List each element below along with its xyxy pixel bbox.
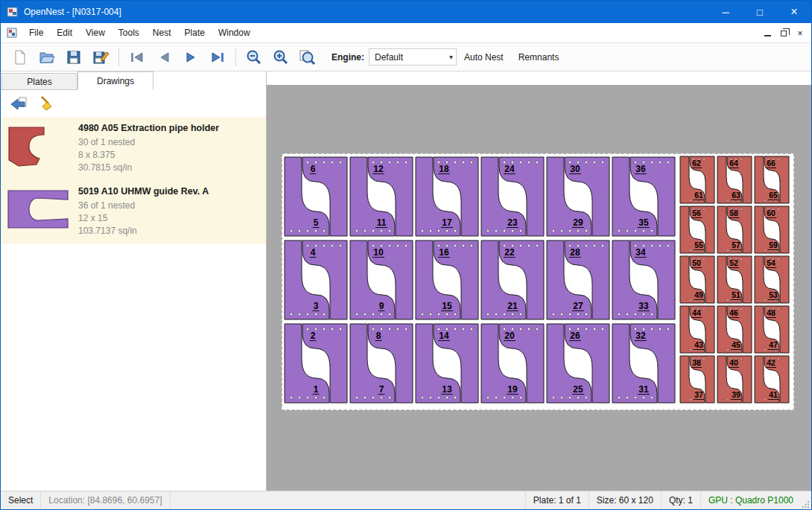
part-nested-count: 36 of 1 nested xyxy=(78,200,261,212)
save-button[interactable] xyxy=(60,45,87,69)
svg-text:37: 37 xyxy=(694,390,703,399)
svg-text:44: 44 xyxy=(692,308,701,317)
engine-select[interactable]: Default ▾ xyxy=(369,48,457,66)
svg-text:14: 14 xyxy=(439,331,449,341)
save-as-button[interactable] xyxy=(87,45,114,69)
arrow-right-icon xyxy=(182,49,200,66)
status-gpu: GPU : Quadro P1000 xyxy=(700,491,801,509)
svg-text:49: 49 xyxy=(694,290,703,299)
svg-text:42: 42 xyxy=(767,358,775,367)
svg-text:21: 21 xyxy=(507,301,518,311)
part-size: 8 x 8.375 xyxy=(78,149,261,162)
status-mode: Select xyxy=(1,491,41,509)
svg-text:47: 47 xyxy=(769,340,778,349)
previous-plate-button[interactable] xyxy=(150,45,177,69)
svg-text:48: 48 xyxy=(767,308,775,317)
svg-text:40: 40 xyxy=(729,358,738,367)
resize-grip[interactable] xyxy=(801,491,811,509)
svg-text:59: 59 xyxy=(769,240,778,249)
svg-text:57: 57 xyxy=(732,240,740,249)
svg-text:30: 30 xyxy=(570,164,580,174)
svg-text:33: 33 xyxy=(638,301,649,311)
status-qty: Qty: 1 xyxy=(661,491,700,509)
menu-window[interactable]: Window xyxy=(212,23,257,43)
svg-text:24: 24 xyxy=(504,164,515,174)
zoom-out-button[interactable] xyxy=(241,45,267,69)
status-size: Size: 60 x 120 xyxy=(589,491,661,509)
svg-text:22: 22 xyxy=(504,247,515,258)
part-list-item[interactable]: 5019 A10 UHMW guide Rev. A 36 of 1 neste… xyxy=(1,180,266,243)
mdi-restore-icon[interactable] xyxy=(775,26,792,41)
svg-text:3: 3 xyxy=(314,301,319,311)
mdi-close-icon[interactable]: × xyxy=(792,26,808,41)
svg-text:50: 50 xyxy=(692,258,701,267)
svg-text:18: 18 xyxy=(439,164,449,174)
save-icon xyxy=(66,49,82,66)
svg-text:65: 65 xyxy=(769,191,778,200)
svg-text:53: 53 xyxy=(769,290,778,299)
part-size: 12 x 15 xyxy=(78,212,261,225)
drawings-panel: Plates Drawings 4980 A05 Extraction pi xyxy=(1,71,267,491)
main-toolbar: Engine: Default ▾ Auto Nest Remnants xyxy=(1,43,811,71)
svg-text:2: 2 xyxy=(311,331,316,341)
window-title: OpenNest - [N0317-004] xyxy=(24,7,121,17)
red-part-shape xyxy=(7,126,48,169)
open-button[interactable] xyxy=(34,45,60,69)
skip-to-start-icon xyxy=(128,49,146,66)
toolbar-separator xyxy=(235,48,236,66)
last-plate-button[interactable] xyxy=(204,45,231,69)
minimize-button[interactable]: ─ xyxy=(708,1,743,23)
zoom-in-button[interactable] xyxy=(267,45,294,69)
status-plate: Plate: 1 of 1 xyxy=(525,491,589,509)
maximize-button[interactable]: □ xyxy=(743,1,777,23)
mdi-minimize-icon[interactable] xyxy=(759,26,775,41)
svg-text:58: 58 xyxy=(729,208,738,217)
menu-edit[interactable]: Edit xyxy=(50,23,79,43)
magnifier-minus-icon xyxy=(245,48,263,66)
menu-plate[interactable]: Plate xyxy=(178,23,212,43)
skip-to-end-icon xyxy=(209,49,226,66)
app-window: OpenNest - [N0317-004] ─ □ × File Edit V… xyxy=(0,0,812,510)
tab-drawings[interactable]: Drawings xyxy=(77,71,153,90)
broom-icon xyxy=(39,95,55,112)
part-list-item[interactable]: 4980 A05 Extraction pipe holder 30 of 1 … xyxy=(1,117,266,180)
svg-text:51: 51 xyxy=(732,290,740,299)
part-title: 4980 A05 Extraction pipe holder xyxy=(78,123,261,133)
purple-part-shape xyxy=(7,189,72,232)
svg-text:66: 66 xyxy=(767,159,775,168)
tab-plates[interactable]: Plates xyxy=(1,73,77,90)
svg-text:16: 16 xyxy=(439,247,449,258)
menu-nest[interactable]: Nest xyxy=(146,23,178,43)
menu-view[interactable]: View xyxy=(79,23,112,43)
svg-text:28: 28 xyxy=(570,247,580,258)
svg-text:20: 20 xyxy=(504,331,515,341)
svg-text:17: 17 xyxy=(442,217,452,228)
mdi-document-icon[interactable] xyxy=(7,28,18,39)
magnifier-page-icon xyxy=(299,48,317,66)
svg-text:31: 31 xyxy=(638,384,649,395)
nest-canvas[interactable]: 6512111817242330293635431091615222128273… xyxy=(267,71,811,491)
svg-text:61: 61 xyxy=(694,191,703,200)
menu-tools[interactable]: Tools xyxy=(112,23,146,43)
auto-nest-button[interactable]: Auto Nest xyxy=(457,45,511,69)
remnants-button[interactable]: Remnants xyxy=(511,45,567,69)
toolbar-separator xyxy=(118,48,119,66)
panel-tabs: Plates Drawings xyxy=(1,71,266,90)
zoom-fit-button[interactable] xyxy=(294,45,321,69)
new-button[interactable] xyxy=(7,45,34,69)
nest-drawing[interactable]: 6512111817242330293635431091615222128273… xyxy=(282,153,794,410)
plate[interactable]: 6512111817242330293635431091615222128273… xyxy=(282,153,794,410)
menu-bar: File Edit View Tools Nest Plate Window × xyxy=(1,23,811,43)
return-parts-button[interactable] xyxy=(7,93,31,114)
drawings-toolbar xyxy=(1,90,266,117)
first-plate-button[interactable] xyxy=(124,45,150,69)
svg-text:52: 52 xyxy=(729,258,738,267)
next-plate-button[interactable] xyxy=(177,45,204,69)
menu-file[interactable]: File xyxy=(22,23,50,43)
clear-button[interactable] xyxy=(35,93,59,114)
magnifier-plus-icon xyxy=(272,48,290,66)
svg-text:38: 38 xyxy=(692,358,701,367)
svg-text:23: 23 xyxy=(507,217,518,228)
close-button[interactable]: × xyxy=(777,1,811,23)
svg-text:13: 13 xyxy=(442,384,452,395)
